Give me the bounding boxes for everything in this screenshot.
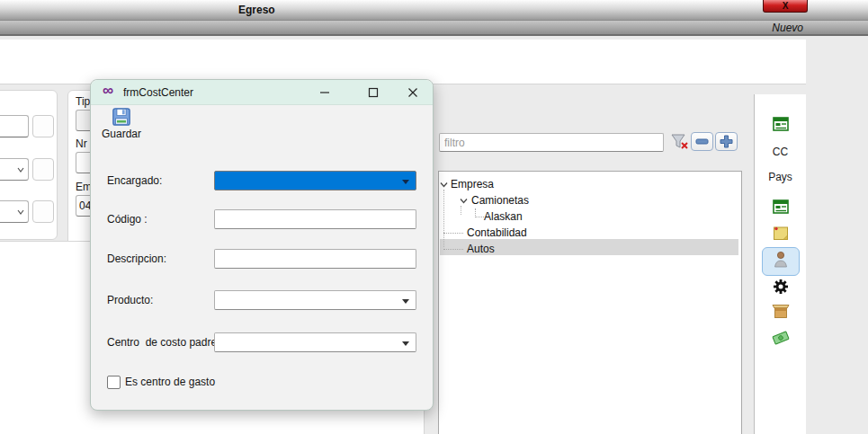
background-lookup-button-2[interactable] [32,158,54,181]
dialog-close-button[interactable] [398,80,428,104]
centro-padre-combobox[interactable] [214,332,416,352]
settings-button[interactable] [755,279,806,297]
tree-item-empresa[interactable]: Empresa [451,176,494,192]
codigo-label: Código : [107,209,217,229]
dialog-maximize-button[interactable] [358,80,389,104]
right-sidebar: CC Pays [754,94,806,434]
maximize-icon [368,87,379,98]
clear-filter-icon[interactable] [671,134,689,150]
screen: Egreso X Nuevo Tip Nr Em 04 Cantidad [0,0,868,434]
tree-connector [475,208,484,217]
chevron-down-icon [459,196,469,206]
dialog-minimize-button[interactable] [309,80,340,104]
encargado-label: Encargado: [107,171,217,190]
filter-input[interactable] [439,133,664,152]
chevron-down-icon [402,299,409,304]
save-button[interactable]: Guardar [98,107,145,146]
tree-item-autos[interactable]: Autos [467,241,495,257]
grid-icon [773,199,789,214]
background-lookup-button-1[interactable] [32,115,54,137]
pays-grid-button[interactable] [755,199,806,217]
minus-icon [692,133,712,150]
expand-button[interactable] [715,132,738,151]
chevron-down-icon [16,165,25,174]
menubar: Nuevo [0,21,868,36]
person-icon [773,250,789,268]
box-icon [772,304,790,319]
collapse-button[interactable] [691,132,713,151]
money-icon [771,330,791,346]
pays-label[interactable]: Pays [755,171,806,183]
tree-guide-line [443,190,444,247]
minimize-icon [319,87,330,98]
notes-button[interactable] [755,226,806,244]
dialog-title: frmCostCenter [123,86,193,99]
window-close-button[interactable]: X [763,0,808,13]
close-icon [407,87,418,98]
descripcion-label: Descripcion: [107,249,217,269]
background-lookup-button-3[interactable] [32,200,54,223]
tree-guide-line [461,206,461,215]
tipo-label: Tip [76,95,90,108]
cc-label[interactable]: CC [755,146,806,158]
encargado-combobox[interactable] [214,171,416,190]
nro-label: Nr [76,137,87,150]
background-input-1[interactable] [0,115,29,137]
tree-item-camionetas[interactable]: Camionetas [471,192,529,208]
grid-icon [773,117,789,131]
background-combo-1[interactable] [0,158,29,181]
toolbar-strip [0,40,806,84]
cost-center-dialog: ∞ frmCostCenter Guardar Encargado: [90,79,434,411]
box-button[interactable] [755,304,806,322]
tree-item-contabilidad[interactable]: Contabilidad [467,225,527,241]
tree-connector [443,225,463,234]
checkbox-label: Es centro de gasto [125,376,215,388]
chevron-down-icon [402,341,409,346]
money-button[interactable] [755,330,806,349]
producto-combobox[interactable] [214,290,416,310]
plus-icon [716,133,737,150]
descripcion-input[interactable] [214,249,416,269]
window-titlebar: Egreso X [0,0,868,21]
menu-item-nuevo[interactable]: Nuevo [772,22,803,34]
dialog-titlebar[interactable]: ∞ frmCostCenter [91,80,433,105]
window-title: Egreso [238,4,275,16]
producto-label: Producto: [107,290,217,310]
tree-connector [443,241,463,250]
checkbox-box[interactable] [107,376,121,389]
person-button[interactable] [755,252,806,273]
save-floppy-icon [112,107,131,127]
background-combo-2[interactable] [0,200,29,223]
codigo-input[interactable] [214,209,416,229]
gear-icon [773,279,789,295]
app-infinity-icon: ∞ [103,82,113,100]
chevron-down-icon [16,208,25,217]
tree-item-alaskan[interactable]: Alaskan [484,208,523,225]
cc-grid-button[interactable] [755,117,806,134]
centro-padre-label: Centro de costo padre [107,332,215,352]
note-icon [773,226,789,241]
chevron-down-icon [402,180,409,184]
chevron-down-icon [439,180,449,190]
save-button-label: Guardar [98,128,145,140]
